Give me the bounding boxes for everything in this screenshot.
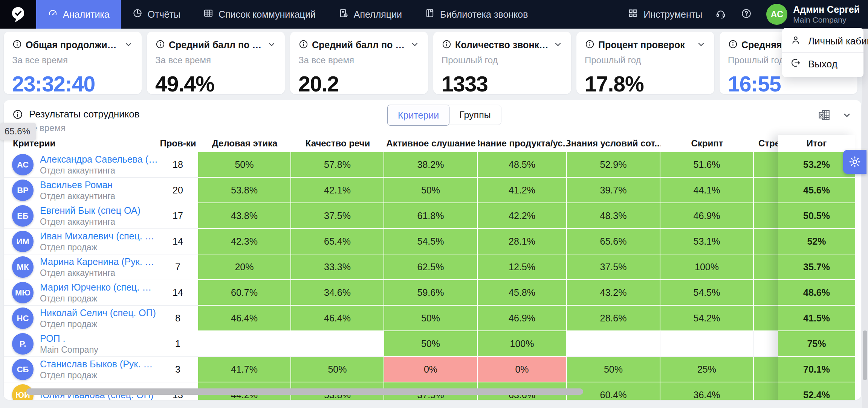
score-cell[interactable] <box>198 331 291 357</box>
chevron-down-icon[interactable] <box>410 40 420 51</box>
score-cell[interactable]: 42.2% <box>478 203 567 229</box>
view-tab-Группы[interactable]: Группы <box>449 105 501 125</box>
nav-tab-Аналитика[interactable]: Аналитика <box>36 0 121 29</box>
score-cell[interactable]: 43.8% <box>198 203 291 229</box>
score-cell[interactable]: 59.6% <box>384 280 478 306</box>
score-cell[interactable]: 12.5% <box>478 254 567 280</box>
excel-export-icon[interactable] <box>818 108 831 122</box>
horizontal-scrollbar-thumb[interactable] <box>26 388 583 395</box>
total-score-cell[interactable]: 35.7% <box>778 254 855 280</box>
score-cell[interactable]: 39.7% <box>567 178 660 203</box>
employee-name-link[interactable]: Мария Юрченко (спец. ОП) <box>40 282 158 293</box>
collapse-chevron-icon[interactable] <box>842 110 852 120</box>
score-cell[interactable]: 53.1% <box>660 229 754 254</box>
menu-item-Личный кабинет[interactable]: Личный кабинет <box>782 31 863 51</box>
total-score-cell[interactable]: 70.1% <box>778 357 855 382</box>
app-logo[interactable] <box>0 0 36 29</box>
score-cell[interactable]: 50% <box>198 152 291 178</box>
support-headset-button[interactable] <box>715 8 728 21</box>
score-cell[interactable]: 41.7% <box>198 357 291 382</box>
score-cell[interactable]: 50% <box>384 178 478 203</box>
score-cell[interactable]: 25% <box>660 357 754 382</box>
score-cell[interactable]: 60.7% <box>198 280 291 306</box>
column-header-2: Деловая этика <box>198 135 291 152</box>
employee-name-link[interactable]: Васильев Роман <box>40 179 115 191</box>
total-score-cell[interactable]: 48.6% <box>778 280 855 306</box>
user-menu-button[interactable]: AC Админ Сергей Main Company <box>766 4 860 25</box>
view-tab-Критерии[interactable]: Критерии <box>387 105 449 126</box>
chevron-down-icon[interactable] <box>696 40 706 51</box>
employee-name-link[interactable]: Александра Савельева (спец ... <box>40 154 158 165</box>
score-cell[interactable]: 37.5% <box>291 203 384 229</box>
vertical-scrollbar-thumb[interactable] <box>863 330 867 380</box>
score-cell[interactable]: 43.2% <box>567 280 660 306</box>
employee-name-link[interactable]: Иван Михалевич (спец. ОП) <box>40 230 158 242</box>
score-cell[interactable]: 42.3% <box>198 229 291 254</box>
score-cell[interactable]: 44.1% <box>660 178 754 203</box>
score-cell[interactable]: 100% <box>660 254 754 280</box>
employee-name-link[interactable]: Евгений Бык (спец ОА) <box>40 205 141 216</box>
menu-item-Выход[interactable]: Выход <box>782 54 863 74</box>
score-cell[interactable]: 34.6% <box>291 280 384 306</box>
headset-icon <box>715 8 726 19</box>
nav-tab-Библиотека звонков[interactable]: Библиотека звонков <box>413 0 539 29</box>
tools-button[interactable]: Инструменты <box>627 8 702 21</box>
score-cell[interactable]: 46.4% <box>291 306 384 331</box>
score-cell[interactable]: 50% <box>291 357 384 382</box>
chevron-down-icon[interactable] <box>267 40 277 51</box>
score-cell[interactable]: 42.1% <box>291 178 384 203</box>
score-cell[interactable]: 38.2% <box>384 152 478 178</box>
score-cell[interactable]: 48.3% <box>567 203 660 229</box>
score-cell[interactable]: 62.5% <box>384 254 478 280</box>
score-cell[interactable]: 54.5% <box>660 280 754 306</box>
employee-name-link[interactable]: Станислав Быков (Рук. ОП) <box>40 358 158 370</box>
score-cell[interactable]: 52.9% <box>567 152 660 178</box>
nav-tab-Апелляции[interactable]: Апелляции <box>327 0 413 29</box>
score-cell[interactable]: 28.1% <box>478 229 567 254</box>
score-cell[interactable]: 65.4% <box>291 229 384 254</box>
nav-tab-Список коммуникаций[interactable]: Список коммуникаций <box>192 0 327 29</box>
help-button[interactable] <box>741 8 753 21</box>
score-cell[interactable]: 50% <box>567 357 660 382</box>
score-cell[interactable]: 50% <box>384 331 478 357</box>
score-cell[interactable]: 46.4% <box>198 306 291 331</box>
score-cell[interactable]: 61.8% <box>384 203 478 229</box>
total-score-cell[interactable]: 45.6% <box>778 178 855 203</box>
nav-tab-Отчёты[interactable]: Отчёты <box>121 0 192 29</box>
table-row: СБСтанислав Быков (Рук. ОП)Отдел продаж3… <box>4 357 846 382</box>
score-cell[interactable]: 48.5% <box>478 152 567 178</box>
score-cell[interactable]: 54.2% <box>660 306 754 331</box>
score-cell[interactable]: 46.9% <box>478 306 567 331</box>
total-score-cell[interactable]: 52% <box>778 229 855 254</box>
score-cell[interactable]: 20% <box>198 254 291 280</box>
score-cell[interactable]: 51.6% <box>660 152 754 178</box>
score-cell[interactable]: 0% <box>384 357 478 382</box>
score-cell[interactable]: 41.2% <box>478 178 567 203</box>
score-cell[interactable]: 28.6% <box>567 306 660 331</box>
score-cell[interactable]: 36.4% <box>660 382 754 400</box>
score-cell[interactable] <box>291 331 384 357</box>
employee-name-link[interactable]: РОП . <box>40 333 98 344</box>
score-cell[interactable]: 65.6% <box>567 229 660 254</box>
score-cell[interactable]: 57.8% <box>291 152 384 178</box>
score-cell[interactable] <box>660 331 754 357</box>
employee-name-link[interactable]: Марина Каренина (Рук. ОА) <box>40 256 158 268</box>
score-cell[interactable]: 45.8% <box>478 280 567 306</box>
score-cell[interactable]: 0% <box>478 357 567 382</box>
score-cell[interactable]: 33.3% <box>291 254 384 280</box>
total-score-cell[interactable]: 52.4% <box>778 382 855 400</box>
table-settings-button[interactable] <box>843 150 866 174</box>
score-cell[interactable]: 100% <box>478 331 567 357</box>
score-cell[interactable] <box>567 331 660 357</box>
total-score-cell[interactable]: 41.5% <box>778 306 855 331</box>
score-cell[interactable]: 46.9% <box>660 203 754 229</box>
total-score-cell[interactable]: 75% <box>778 331 855 357</box>
chevron-down-icon[interactable] <box>124 40 133 51</box>
employee-name-link[interactable]: Николай Селич (спец. ОП) <box>40 307 156 319</box>
chevron-down-icon[interactable] <box>553 40 563 51</box>
score-cell[interactable]: 54.5% <box>384 229 478 254</box>
total-score-cell[interactable]: 50.5% <box>778 203 855 229</box>
score-cell[interactable]: 37.5% <box>567 254 660 280</box>
score-cell[interactable]: 50% <box>384 306 478 331</box>
score-cell[interactable]: 53.8% <box>198 178 291 203</box>
